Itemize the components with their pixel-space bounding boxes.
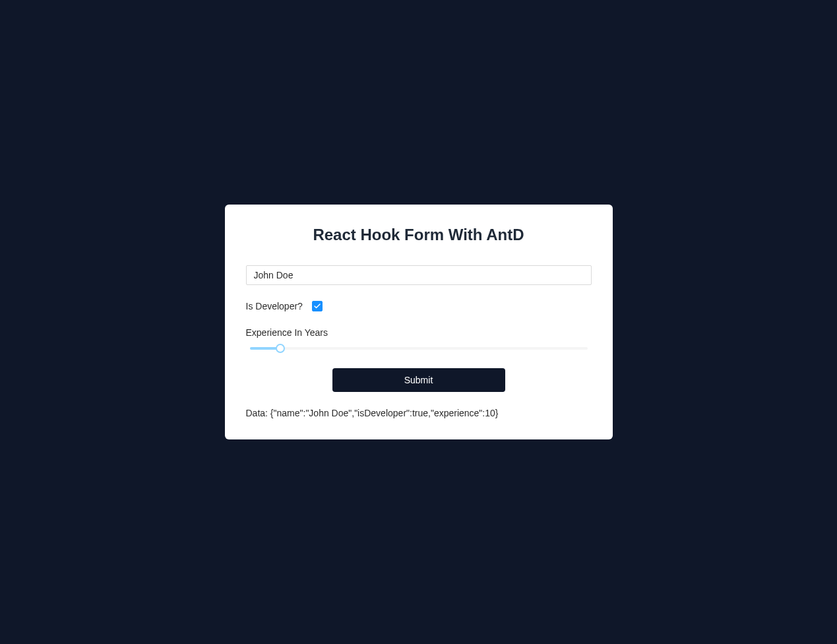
data-output-prefix: Data: bbox=[246, 408, 270, 418]
data-output: Data: {"name":"John Doe","isDeveloper":t… bbox=[246, 408, 592, 418]
developer-checkbox-wrapper[interactable] bbox=[312, 301, 323, 311]
experience-slider[interactable] bbox=[246, 344, 592, 352]
name-input[interactable] bbox=[246, 265, 592, 285]
submit-button[interactable]: Submit bbox=[332, 368, 505, 392]
data-output-json: {"name":"John Doe","isDeveloper":true,"e… bbox=[270, 408, 499, 418]
name-field-group bbox=[246, 265, 592, 285]
experience-label: Experience In Years bbox=[246, 327, 592, 338]
page-title: React Hook Form With AntD bbox=[246, 226, 592, 244]
developer-field-group: Is Developer? bbox=[246, 301, 592, 311]
experience-field-group: Experience In Years bbox=[246, 327, 592, 352]
form-card: React Hook Form With AntD Is Developer? … bbox=[225, 205, 613, 439]
slider-handle[interactable] bbox=[276, 344, 285, 353]
submit-row: Submit bbox=[246, 368, 592, 392]
developer-label: Is Developer? bbox=[246, 301, 303, 311]
slider-rail bbox=[250, 347, 588, 350]
